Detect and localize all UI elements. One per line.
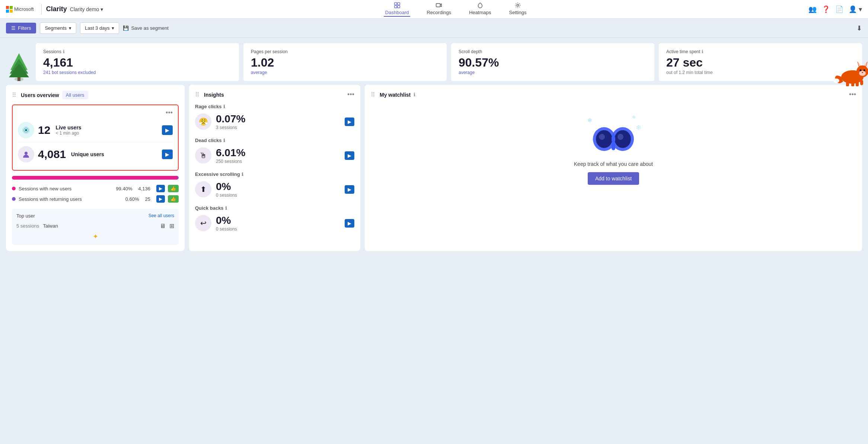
- excessive-scrolling-info-icon[interactable]: ℹ: [242, 172, 243, 177]
- segments-button[interactable]: Segments ▾: [40, 22, 76, 34]
- insights-more-menu[interactable]: •••: [347, 91, 354, 99]
- excessive-scrolling-icon: ⬆: [195, 181, 211, 197]
- top-user-country: Taiwan: [43, 223, 58, 229]
- watchlist-info-icon[interactable]: ℹ: [414, 92, 415, 97]
- svg-text:❄: ❄: [636, 124, 641, 131]
- tab-settings-label: Settings: [509, 10, 526, 15]
- sessions-label: Sessions ℹ: [43, 49, 232, 54]
- tab-dashboard[interactable]: Dashboard: [384, 2, 411, 17]
- add-to-watchlist-button[interactable]: Add to watchlist: [588, 172, 639, 185]
- dashboard-icon: [394, 2, 401, 9]
- rage-clicks-video-button[interactable]: ▶: [345, 118, 354, 126]
- insights-title: Insights: [204, 92, 224, 98]
- svg-point-29: [25, 152, 28, 155]
- settings-icon: [514, 2, 521, 9]
- new-users-video-button[interactable]: ▶: [156, 185, 165, 192]
- users-overview-panel: ⠿ Users overview All users ••• 12: [6, 85, 185, 251]
- user-avatar[interactable]: 👤 ▾: [849, 5, 862, 13]
- video-icon-2: ▶: [165, 151, 169, 157]
- live-users-icon: [18, 122, 34, 138]
- svg-point-18: [860, 70, 862, 71]
- dead-clicks-info-icon[interactable]: ℹ: [223, 138, 225, 143]
- rage-clicks-label: Rage clicks ℹ: [195, 104, 354, 109]
- tab-heatmaps[interactable]: Heatmaps: [467, 2, 492, 17]
- sessions-info-icon[interactable]: ℹ: [63, 49, 65, 54]
- new-users-heatmap-button[interactable]: 👍: [168, 185, 179, 192]
- new-users-legend-label: Sessions with new users: [19, 186, 113, 192]
- recordings-icon: [435, 2, 442, 9]
- see-all-users-link[interactable]: See all users: [149, 213, 174, 219]
- excessive-scrolling-sessions: 0 sessions: [216, 193, 237, 198]
- quick-backs-info-icon[interactable]: ℹ: [225, 206, 227, 211]
- returning-users-legend-row: Sessions with returning users 0.60% 25 ▶…: [12, 195, 179, 203]
- grid-icon: ⊞: [169, 222, 174, 229]
- svg-rect-4: [436, 3, 440, 7]
- new-users-pct: 99.40%: [116, 186, 132, 192]
- svg-rect-2: [394, 5, 396, 7]
- live-users-sub: < 1 min ago: [55, 131, 158, 136]
- svg-point-5: [517, 4, 518, 6]
- new-users-legend-row: Sessions with new users 99.40% 4,136 ▶ 👍: [12, 185, 179, 192]
- sessions-progress-bar: [12, 176, 179, 180]
- watchlist-drag-icon: ⠿: [371, 91, 375, 98]
- excessive-scrolling-value-block: 0% 0 sessions: [216, 181, 237, 198]
- active-time-info-icon[interactable]: ℹ: [702, 49, 703, 54]
- segments-label: Segments: [45, 25, 67, 31]
- highlighted-more-menu[interactable]: •••: [166, 109, 173, 117]
- tab-recordings-label: Recordings: [427, 10, 451, 15]
- nav-tabs: Dashboard Recordings Heatmaps Settings: [103, 2, 808, 17]
- stats-bar: Sessions ℹ 4,161 241 bot sessions exclud…: [0, 38, 868, 85]
- top-user-sessions: 5 sessions: [16, 223, 39, 229]
- nav-divider: [41, 4, 42, 15]
- svg-point-19: [864, 70, 865, 71]
- rage-clicks-icon: 😤: [195, 113, 211, 130]
- date-range-label: Last 3 days: [85, 25, 110, 31]
- excessive-scrolling-section: Excessive scrolling ℹ ⬆ 0% 0 sessions ▶: [195, 171, 354, 198]
- tab-settings[interactable]: Settings: [507, 2, 528, 17]
- watchlist-more-menu[interactable]: •••: [849, 91, 856, 99]
- filters-button[interactable]: ☰ Filters: [6, 23, 36, 33]
- rage-clicks-sessions: 3 sessions: [216, 125, 245, 130]
- dead-clicks-icon: 🖱: [195, 147, 211, 164]
- chevron-down-icon: ▾: [100, 6, 103, 12]
- excessive-scrolling-video-button[interactable]: ▶: [345, 185, 354, 194]
- returning-users-video-button[interactable]: ▶: [156, 195, 165, 203]
- help-icon[interactable]: ❓: [822, 5, 830, 13]
- svg-point-37: [599, 134, 605, 140]
- document-icon[interactable]: 📄: [835, 5, 843, 13]
- live-users-row: 12 Live users < 1 min ago ▶: [18, 118, 173, 142]
- quick-backs-value: 0%: [216, 215, 237, 226]
- svg-point-26: [25, 129, 27, 131]
- top-user-title: Top user: [16, 213, 35, 219]
- svg-rect-41: [612, 136, 615, 142]
- rage-clicks-info-icon[interactable]: ℹ: [223, 104, 225, 109]
- download-button[interactable]: ⬇: [856, 24, 862, 32]
- unique-users-video-button[interactable]: ▶: [162, 149, 173, 159]
- project-selector[interactable]: Clarity demo ▾: [70, 6, 103, 12]
- microsoft-label: Microsoft: [14, 6, 34, 12]
- dead-clicks-video-button[interactable]: ▶: [345, 151, 354, 160]
- all-users-tab[interactable]: All users: [62, 91, 88, 99]
- live-users-video-button[interactable]: ▶: [162, 125, 173, 135]
- dead-clicks-value: 6.01%: [216, 147, 245, 159]
- svg-rect-0: [394, 2, 396, 4]
- returning-users-heatmap-button[interactable]: 👍: [168, 195, 179, 203]
- share-icon[interactable]: 👥: [808, 5, 817, 13]
- filters-label: Filters: [18, 25, 31, 31]
- pages-label: Pages per session: [251, 49, 439, 54]
- svg-point-40: [618, 134, 623, 140]
- quick-backs-video-button[interactable]: ▶: [345, 219, 354, 228]
- users-overview-title: Users overview: [21, 92, 59, 98]
- project-name: Clarity demo: [70, 6, 99, 12]
- unique-users-label: Unique users: [71, 151, 158, 157]
- scroll-depth-stat: Scroll depth 90.57% average: [451, 43, 654, 81]
- save-segment-button[interactable]: 💾 Save as segment: [123, 25, 168, 31]
- date-range-button[interactable]: Last 3 days ▾: [80, 22, 119, 34]
- video-icon: ▶: [165, 127, 169, 133]
- scroll-sub: average: [459, 70, 647, 75]
- svg-point-39: [615, 130, 631, 148]
- microsoft-logo[interactable]: Microsoft: [6, 6, 34, 13]
- tab-recordings[interactable]: Recordings: [425, 2, 453, 17]
- svg-text:❄: ❄: [632, 115, 636, 120]
- top-navigation: Microsoft Clarity Clarity demo ▾ Dashboa…: [0, 0, 868, 19]
